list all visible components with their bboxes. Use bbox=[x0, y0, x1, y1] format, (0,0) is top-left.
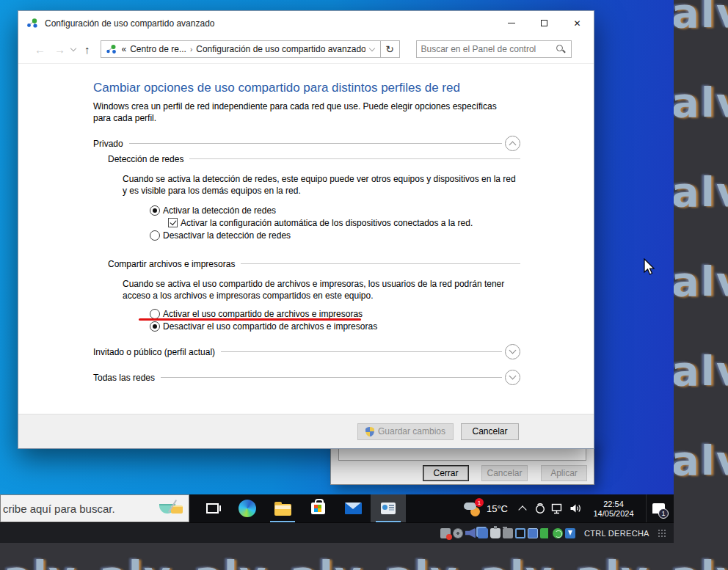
temperature-label: 15°C bbox=[487, 503, 508, 514]
profile-section-privado: Privado bbox=[93, 136, 520, 151]
vbox-audio-icon[interactable] bbox=[465, 528, 476, 538]
show-hidden-icons-button[interactable] bbox=[514, 494, 531, 522]
option-row: Activar la detección de redes bbox=[150, 205, 520, 216]
taskbar-search-text: cribe aquí para buscar. bbox=[3, 503, 115, 515]
guardar-cambios-button: Guardar cambios bbox=[357, 423, 454, 440]
radio-label[interactable]: Activar el uso compartido de archivos e … bbox=[163, 309, 363, 319]
divider bbox=[129, 143, 502, 144]
weather-badge: 1 bbox=[475, 498, 484, 507]
volume-icon bbox=[569, 503, 582, 514]
file-sharing-title: Compartir archivos e impresoras bbox=[108, 259, 235, 269]
search-box bbox=[416, 40, 572, 58]
radio-label[interactable]: Activar la detección de redes bbox=[163, 205, 276, 216]
aplicar-button: Aplicar bbox=[541, 465, 587, 481]
control-panel-button[interactable] bbox=[371, 494, 406, 522]
option-row: Activar el uso compartido de archivos e … bbox=[150, 308, 520, 319]
history-dropdown-icon[interactable] bbox=[70, 45, 76, 51]
file-explorer-button[interactable] bbox=[265, 494, 300, 522]
radio-desactivar-uso-compartido[interactable] bbox=[150, 321, 160, 332]
cancelar-button[interactable]: Cancelar bbox=[461, 423, 519, 440]
network-discovery-header: Detección de redes bbox=[108, 153, 520, 164]
radio-activar-deteccion[interactable] bbox=[150, 205, 160, 216]
radio-activar-uso-compartido[interactable] bbox=[150, 309, 160, 319]
profile-section-todas: Todas las redes bbox=[93, 370, 520, 385]
file-sharing-header: Compartir archivos e impresoras bbox=[108, 258, 520, 269]
breadcrumb-separator-icon: › bbox=[190, 45, 192, 54]
wallpaper-text: alv bbox=[671, 78, 728, 126]
system-tray: 1 15°C bbox=[457, 494, 674, 522]
file-sharing-desc: Cuando se activa el uso compartido de ar… bbox=[123, 279, 520, 302]
checkbox-config-automatica[interactable] bbox=[168, 218, 178, 227]
store-button[interactable] bbox=[300, 494, 335, 522]
edge-button[interactable] bbox=[230, 494, 265, 522]
time-label: 22:54 bbox=[584, 500, 643, 509]
mouse-cursor bbox=[643, 258, 658, 276]
intro-text: Windows crea un perfil de red independie… bbox=[93, 101, 509, 124]
window-title: Configuración de uso compartido avanzado bbox=[45, 18, 495, 29]
network-sharing-icon bbox=[26, 18, 39, 29]
expand-invitado-button[interactable] bbox=[505, 344, 520, 359]
refresh-button[interactable]: ↻ bbox=[381, 40, 400, 58]
wallpaper-text: alv bbox=[576, 552, 649, 570]
wallpaper-text: alv bbox=[671, 552, 728, 570]
up-button[interactable]: ↑ bbox=[80, 44, 95, 55]
radio-desactivar-deteccion[interactable] bbox=[150, 230, 160, 241]
wallpaper-text: alv bbox=[671, 168, 728, 216]
vbox-network-adapter-icon[interactable] bbox=[540, 528, 550, 538]
vbox-window-icon[interactable] bbox=[528, 528, 538, 538]
collapse-privado-button[interactable] bbox=[505, 136, 520, 151]
cancelar-button-background: Cancelar bbox=[481, 465, 528, 481]
screen: alvalvalvalvalvalvalvalvalvalvalvalvalva… bbox=[0, 0, 728, 570]
dialog-body: Cambiar opciones de uso compartido para … bbox=[18, 65, 594, 414]
search-icon[interactable] bbox=[555, 43, 567, 55]
network-tray-button[interactable] bbox=[549, 494, 567, 522]
wallpaper-text: alv bbox=[99, 552, 172, 570]
vbox-cd-icon[interactable] bbox=[453, 528, 463, 538]
virtualbox-status-bar: CTRL DERECHA bbox=[0, 522, 674, 543]
vbox-sync-icon[interactable] bbox=[553, 528, 563, 538]
clock[interactable]: 22:54 14/05/2024 bbox=[584, 499, 643, 519]
vbox-shared-folder-icon[interactable] bbox=[503, 528, 513, 538]
vbox-download-icon[interactable] bbox=[565, 528, 575, 538]
volume-button[interactable] bbox=[567, 494, 584, 522]
cerrar-button[interactable]: Cerrar bbox=[423, 465, 469, 481]
notification-center-button[interactable]: 1 bbox=[646, 494, 671, 522]
network-discovery-title: Detección de redes bbox=[108, 154, 183, 164]
minimize-button[interactable] bbox=[495, 11, 528, 35]
address-dropdown-button[interactable] bbox=[365, 41, 379, 57]
expand-todas-button[interactable] bbox=[505, 370, 520, 385]
advanced-sharing-window: Configuración de uso compartido avanzado… bbox=[18, 10, 594, 449]
radio-label[interactable]: Desactivar el uso compartido de archivos… bbox=[163, 321, 377, 332]
mail-button[interactable] bbox=[335, 494, 371, 522]
breadcrumb-collapse[interactable]: « bbox=[122, 44, 127, 54]
task-view-button[interactable] bbox=[194, 494, 230, 522]
breadcrumb-parent[interactable]: Centro de re... bbox=[130, 44, 186, 54]
notification-badge: 1 bbox=[658, 508, 669, 519]
breadcrumb-current[interactable]: Configuración de uso compartido avanzado bbox=[196, 44, 365, 54]
file-explorer-icon bbox=[274, 504, 291, 516]
control-panel-search-input[interactable] bbox=[417, 44, 555, 54]
profile-section-invitado: Invitado o público (perfil actual) bbox=[93, 344, 520, 359]
meet-now-button[interactable] bbox=[531, 494, 549, 522]
todas-label: Todas las redes bbox=[93, 373, 155, 383]
taskbar-search-box[interactable]: cribe aquí para buscar. bbox=[0, 494, 189, 522]
checkbox-label[interactable]: Activar la configuración automática de l… bbox=[181, 218, 473, 228]
radio-label[interactable]: Desactivar la detección de redes bbox=[163, 230, 291, 241]
weather-widget[interactable]: 1 15°C bbox=[457, 494, 514, 522]
vbox-display-icon[interactable] bbox=[515, 528, 525, 538]
wallpaper-text: alv bbox=[194, 552, 268, 570]
vbox-windows-icon[interactable] bbox=[478, 528, 488, 538]
edge-icon bbox=[239, 500, 256, 517]
network-icon bbox=[551, 503, 564, 514]
address-bar[interactable]: « Centro de re... › Configuración de uso… bbox=[101, 40, 381, 58]
title-bar: Configuración de uso compartido avanzado… bbox=[18, 11, 594, 35]
wallpaper-text: alv bbox=[671, 436, 728, 484]
wallpaper-text: alv bbox=[671, 257, 728, 305]
vbox-hdd-icon[interactable] bbox=[440, 528, 451, 538]
host-key-label: CTRL DERECHA bbox=[584, 529, 649, 538]
windows-desktop: Cerrar Cancelar Aplicar Configuración de… bbox=[0, 0, 674, 522]
vbox-usb-icon[interactable] bbox=[490, 528, 500, 538]
close-button[interactable]: ✕ bbox=[561, 11, 594, 35]
resize-grip[interactable] bbox=[657, 528, 666, 538]
maximize-button[interactable] bbox=[528, 11, 561, 35]
